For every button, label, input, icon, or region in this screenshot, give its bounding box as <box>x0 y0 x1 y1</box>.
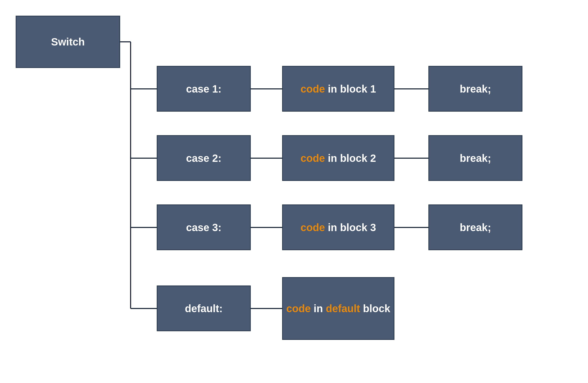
default-orange: default <box>326 303 360 314</box>
code-3-orange: code <box>301 222 325 233</box>
default-box: default: <box>157 285 251 331</box>
default-label: default: <box>185 302 223 315</box>
code-3-label: code in block 3 <box>301 221 376 234</box>
code-default-label: code in default block <box>286 302 390 315</box>
case-1-box: case 1: <box>157 66 251 112</box>
code-default-box: code in default block <box>282 277 394 340</box>
code-2-label: code in block 2 <box>301 151 376 165</box>
switch-box: Switch <box>16 16 120 68</box>
case-2-box: case 2: <box>157 135 251 181</box>
code-2-orange: code <box>301 152 325 164</box>
case-3-label: case 3: <box>186 221 222 234</box>
case-2-label: case 2: <box>186 151 222 165</box>
break-3-label: break; <box>460 221 491 234</box>
switch-label: Switch <box>51 35 85 49</box>
code-2-box: code in block 2 <box>282 135 394 181</box>
code-1-box: code in block 1 <box>282 66 394 112</box>
break-2-label: break; <box>460 151 491 165</box>
code-1-label: code in block 1 <box>301 82 376 96</box>
break-3-box: break; <box>428 204 522 250</box>
break-1-box: break; <box>428 66 522 112</box>
break-1-label: break; <box>460 82 491 96</box>
code-1-orange: code <box>301 83 325 95</box>
break-2-box: break; <box>428 135 522 181</box>
case-3-box: case 3: <box>157 204 251 250</box>
case-1-label: case 1: <box>186 82 222 96</box>
switch-diagram: Switch case 1: code in block 1 break; ca… <box>0 0 588 383</box>
code-default-orange: code <box>286 303 311 314</box>
code-3-box: code in block 3 <box>282 204 394 250</box>
